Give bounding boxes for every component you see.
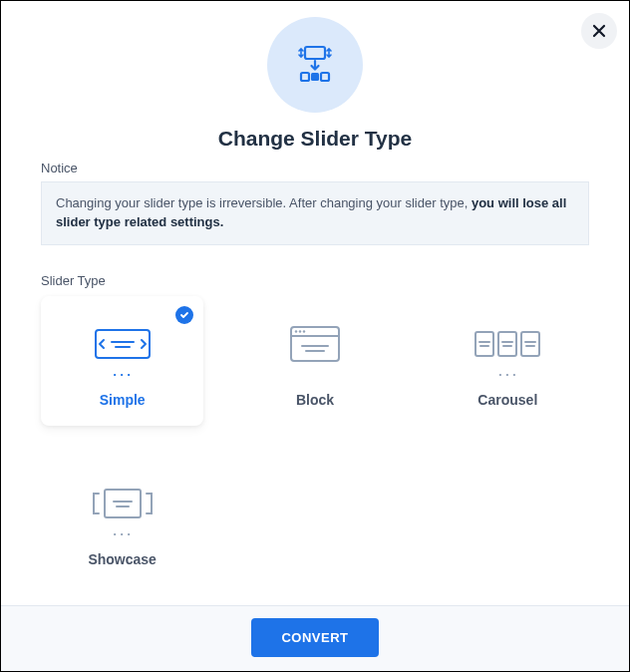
close-icon: [592, 24, 606, 38]
notice-box: Changing your slider type is irreversibl…: [41, 181, 589, 245]
modal-footer: CONVERT: [1, 605, 629, 671]
slider-type-label: Slider Type: [41, 273, 589, 288]
slider-type-option-block[interactable]: Block: [233, 296, 396, 426]
svg-rect-14: [475, 332, 493, 356]
option-label: Carousel: [477, 392, 537, 408]
change-slider-type-modal: Change Slider Type Notice Changing your …: [0, 0, 630, 672]
slider-type-option-carousel[interactable]: • • • Carousel: [427, 296, 589, 426]
notice-label: Notice: [41, 161, 589, 175]
svg-point-10: [299, 330, 301, 332]
convert-button[interactable]: CONVERT: [251, 618, 378, 657]
option-label: Showcase: [88, 551, 156, 567]
option-label: Simple: [100, 392, 146, 408]
slider-type-hero-icon: [267, 17, 363, 113]
svg-point-11: [303, 330, 305, 332]
block-slider-icon: [285, 318, 345, 370]
option-label: Block: [296, 392, 334, 408]
notice-text: Changing your slider type is irreversibl…: [56, 195, 472, 210]
slider-type-option-showcase[interactable]: • • • Showcase: [41, 456, 203, 585]
slider-type-options: • • • Simple: [41, 296, 589, 585]
svg-rect-4: [96, 330, 150, 358]
simple-slider-icon: [88, 318, 158, 370]
svg-rect-2: [311, 73, 319, 81]
svg-rect-15: [498, 332, 516, 356]
svg-rect-0: [305, 47, 325, 59]
modal-title: Change Slider Type: [218, 127, 413, 151]
svg-rect-23: [105, 490, 141, 517]
svg-point-9: [295, 330, 297, 332]
selected-check-icon: [175, 306, 193, 324]
slider-type-option-simple[interactable]: • • • Simple: [41, 296, 203, 426]
svg-rect-3: [321, 73, 329, 81]
pagination-dots-icon: • • •: [114, 372, 132, 378]
svg-rect-7: [291, 327, 339, 361]
svg-rect-1: [301, 73, 309, 81]
svg-rect-16: [521, 332, 539, 356]
pagination-dots-icon: • • •: [498, 372, 516, 378]
close-button[interactable]: [581, 13, 617, 49]
carousel-slider-icon: [472, 318, 543, 370]
pagination-dots-icon: • • •: [114, 531, 132, 537]
showcase-slider-icon: [87, 478, 158, 529]
